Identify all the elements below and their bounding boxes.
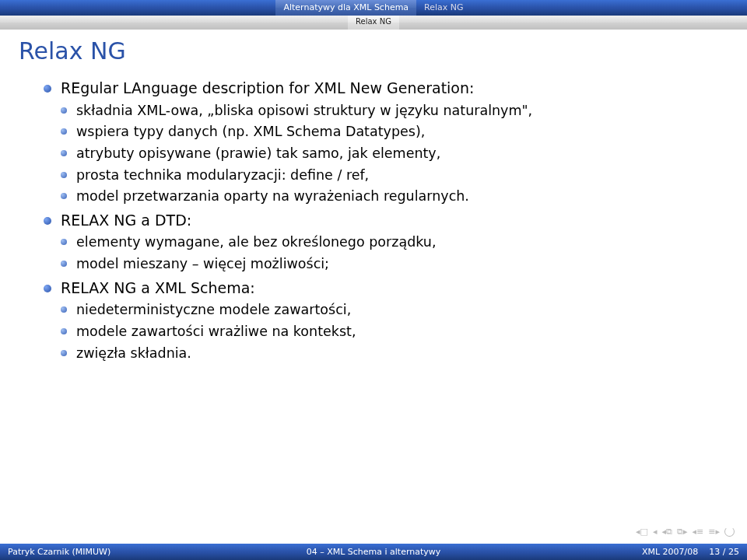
sub-bullet-item: atrybuty opisywane (prawie) tak samo, ja… [61, 145, 716, 163]
footer-author: Patryk Czarnik (MIMUW) [0, 544, 249, 560]
footer-course-label: XML 2007/08 [642, 547, 698, 557]
sub-bullet-item: model przetwarzania oparty na wyrażeniac… [61, 187, 716, 206]
bullet-text: RELAX NG a DTD: [61, 212, 191, 229]
bullet-item: RELAX NG a DTD: elementy wymagane, ale b… [44, 211, 716, 274]
sub-bullet-item: zwięzła składnia. [61, 345, 716, 363]
bullet-item: REgular LAnguage description for XML New… [44, 79, 716, 206]
sub-bullet-item: wspiera typy danych (np. XML Schema Data… [61, 123, 716, 142]
nav-tab-secondary[interactable]: Relax NG [416, 0, 471, 16]
bullet-item: RELAX NG a XML Schema: niedeterministycz… [44, 278, 716, 363]
top-nav: Alternatywy dla XML Schema Relax NG [0, 0, 747, 16]
sub-bullet-item: niedeterministyczne modele zawartości, [61, 301, 716, 320]
bullet-text: REgular LAnguage description for XML New… [61, 79, 474, 96]
slide-title: Relax NG [0, 30, 747, 79]
footer-page-number: 13 / 25 [709, 547, 739, 557]
nav-back-icon[interactable]: ◂≡ [693, 527, 704, 537]
nav-next-section-icon[interactable]: ⧉▸ [677, 527, 688, 537]
sub-spacer [0, 16, 348, 30]
nav-spacer [0, 0, 275, 16]
bullet-text: RELAX NG a XML Schema: [61, 279, 255, 296]
sub-bullet-item: prosta technika modularyzacji: define / … [61, 166, 716, 185]
footer-bar: Patryk Czarnik (MIMUW) 04 – XML Schema i… [0, 544, 747, 560]
sub-nav: Relax NG [0, 16, 747, 30]
sub-bullet-item: model mieszany – więcej możliwości; [61, 255, 716, 274]
sub-spacer [399, 16, 747, 30]
footer-title: 04 – XML Schema i alternatywy [249, 544, 498, 560]
sub-bullet-item: składnia XML-owa, „bliska opisowi strukt… [61, 102, 716, 121]
nav-spacer [472, 0, 747, 16]
slide-nav-controls: ◂□ ◂ ◂⧉ ⧉▸ ◂≡ ≡▸ [636, 527, 735, 537]
sub-bullet-item: modele zawartości wrażliwe na kontekst, [61, 323, 716, 341]
slide-content: REgular LAnguage description for XML New… [0, 79, 747, 362]
nav-fwd-icon[interactable]: ≡▸ [708, 527, 720, 537]
nav-prev-section-icon[interactable]: ◂⧉ [661, 527, 672, 537]
nav-tab-active[interactable]: Alternatywy dla XML Schema [275, 0, 416, 16]
footer-page: XML 2007/08 13 / 25 [498, 544, 747, 560]
sub-bullet-item: elementy wymagane, ale bez określonego p… [61, 233, 716, 252]
nav-prev-icon[interactable]: ◂ [653, 527, 658, 537]
sub-nav-tab[interactable]: Relax NG [348, 16, 399, 30]
nav-first-icon[interactable]: ◂□ [636, 527, 648, 537]
refresh-icon[interactable] [724, 527, 735, 537]
